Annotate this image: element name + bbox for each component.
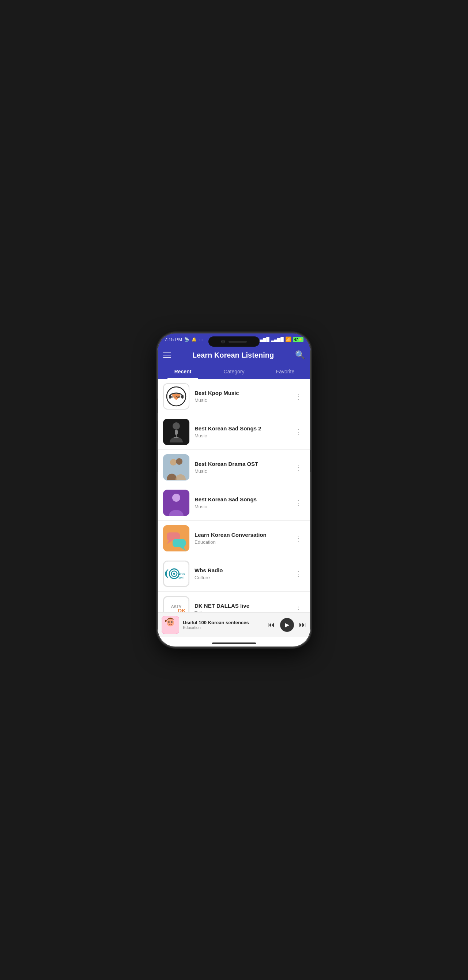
now-playing-thumbnail — [162, 616, 179, 634]
play-pause-button[interactable]: ▶ — [280, 618, 294, 632]
item-thumbnail — [163, 525, 189, 551]
signal-bars-2: ▂▄▆█ — [271, 337, 284, 342]
now-playing-subtitle: Education — [183, 625, 267, 630]
list-item[interactable]: Learn Korean Conversation Education ⋮ — [157, 521, 311, 556]
item-thumbnail: WBS 소식 — [163, 561, 189, 587]
item-info: Best Korean Sad Songs Music — [194, 496, 292, 509]
item-subtitle: Music — [194, 398, 292, 403]
tab-favorite[interactable]: Favorite — [259, 364, 311, 379]
svg-text:소식: 소식 — [178, 576, 183, 579]
play-icon: ▶ — [285, 621, 289, 628]
volume-down-button[interactable] — [157, 450, 158, 472]
list-item[interactable]: Best Korean Drama OST Music ⋮ — [157, 450, 311, 485]
item-info: Best Korean Sad Songs 2 Music — [194, 425, 292, 438]
svg-point-10 — [170, 459, 177, 466]
search-button[interactable]: 🔍 — [295, 350, 305, 360]
item-subtitle: Culture — [194, 575, 292, 580]
item-thumbnail — [163, 454, 189, 480]
phone-frame: 7:15 PM 📡 🔔 ··· Ᵽ; ▂▄▆█ ▂▄▆█ 📶 47 ⚡ — [157, 333, 311, 647]
notification-icon: 🔔 — [192, 337, 197, 342]
svg-point-36 — [171, 621, 173, 623]
content-list: K-POP Best Kpop Music Music ⋮ — [157, 379, 311, 627]
item-title: Best Korean Sad Songs 2 — [194, 425, 292, 431]
item-title: Best Korean Sad Songs — [194, 496, 292, 503]
now-playing-title: Useful 100 Korean sentences — [183, 620, 267, 625]
item-title: DK NET DALLAS live — [194, 603, 292, 609]
item-title: Learn Korean Conversation — [194, 532, 292, 538]
item-title: Wbs Radio — [194, 567, 292, 573]
item-thumbnail — [163, 419, 189, 445]
svg-point-13 — [172, 494, 180, 502]
camera — [221, 340, 225, 344]
now-playing-bar: Useful 100 Korean sentences Education ⏮ … — [157, 612, 311, 637]
list-item[interactable]: WBS 소식 Wbs Radio Culture ⋮ — [157, 556, 311, 592]
item-title: Best Korean Drama OST — [194, 461, 292, 467]
app-header: Learn Korean Listening 🔍 — [157, 346, 311, 364]
battery-display: 47 ⚡ — [293, 337, 304, 342]
item-thumbnail: K-POP — [163, 383, 189, 410]
item-subtitle: Education — [194, 539, 292, 545]
item-menu-button[interactable]: ⋮ — [292, 389, 305, 404]
svg-rect-6 — [175, 430, 178, 435]
next-button[interactable]: ⏭ — [299, 620, 306, 629]
svg-point-35 — [168, 621, 170, 623]
item-menu-button[interactable]: ⋮ — [292, 425, 305, 439]
time-display: 7:15 PM — [164, 337, 182, 342]
item-subtitle: Music — [194, 468, 292, 474]
home-indicator[interactable] — [212, 643, 256, 644]
more-icon: ··· — [199, 337, 203, 342]
tab-bar: Recent Category Favorite — [157, 364, 311, 379]
item-thumbnail — [163, 490, 189, 516]
item-info: Learn Korean Conversation Education — [194, 532, 292, 545]
item-subtitle: Music — [194, 504, 292, 509]
power-button[interactable] — [310, 450, 311, 472]
svg-point-5 — [173, 422, 180, 430]
svg-rect-17 — [173, 539, 186, 547]
signal-icon: 📡 — [184, 337, 189, 342]
svg-point-11 — [176, 458, 183, 465]
screen: 7:15 PM 📡 🔔 ··· Ᵽ; ▂▄▆█ ▂▄▆█ 📶 47 ⚡ — [157, 333, 311, 647]
notch — [209, 336, 259, 347]
item-menu-button[interactable]: ⋮ — [292, 460, 305, 475]
silent-button[interactable] — [157, 399, 158, 413]
svg-point-34 — [167, 619, 174, 627]
wifi-icon: 📶 — [285, 336, 291, 342]
item-info: Wbs Radio Culture — [194, 567, 292, 580]
kpop-logo-svg: K-POP — [166, 386, 186, 407]
tab-recent[interactable]: Recent — [157, 364, 209, 379]
volume-up-button[interactable] — [157, 420, 158, 442]
item-subtitle: Music — [194, 433, 292, 438]
list-item[interactable]: K-POP Best Kpop Music Music ⋮ — [157, 379, 311, 414]
previous-button[interactable]: ⏮ — [267, 620, 275, 629]
item-info: Best Kpop Music Music — [194, 390, 292, 403]
svg-rect-19 — [164, 561, 189, 586]
svg-text:K-POP: K-POP — [171, 395, 182, 399]
item-title: Best Kpop Music — [194, 390, 292, 396]
item-menu-button[interactable]: ⋮ — [292, 531, 305, 546]
item-menu-button[interactable]: ⋮ — [292, 495, 305, 510]
svg-text:WBS: WBS — [177, 572, 185, 576]
item-info: Best Korean Drama OST Music — [194, 461, 292, 474]
app-title: Learn Korean Listening — [192, 351, 274, 360]
item-menu-button[interactable]: ⋮ — [292, 566, 305, 581]
playback-controls: ⏮ ▶ ⏭ — [267, 618, 306, 632]
list-item[interactable]: Best Korean Sad Songs 2 Music ⋮ — [157, 414, 311, 450]
speaker — [229, 341, 247, 343]
now-playing-info: Useful 100 Korean sentences Education — [183, 620, 267, 630]
svg-point-22 — [173, 573, 175, 575]
list-item[interactable]: Best Korean Sad Songs Music ⋮ — [157, 485, 311, 521]
tab-category[interactable]: Category — [209, 364, 259, 379]
status-left: 7:15 PM 📡 🔔 ··· — [164, 337, 203, 342]
menu-button[interactable] — [163, 353, 171, 358]
